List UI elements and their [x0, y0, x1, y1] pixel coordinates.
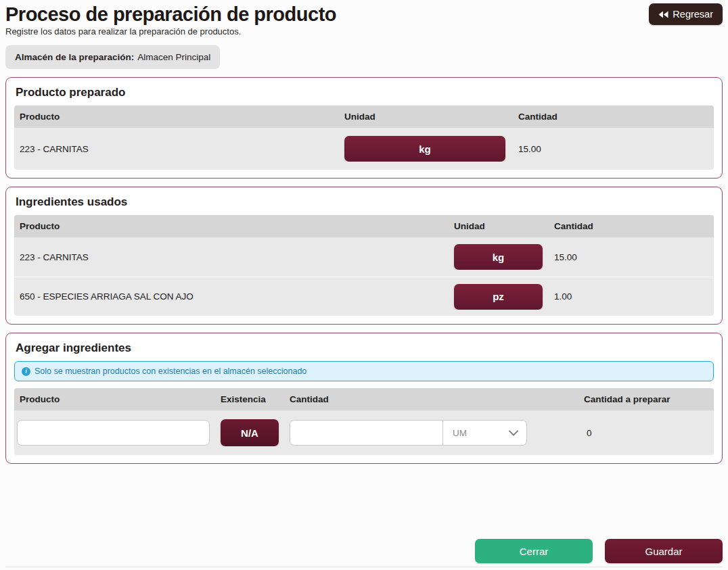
add-ingredient-row: N/A UM 0: [14, 410, 714, 455]
table-header-row: Producto Existencia Cantidad Cantidad a …: [14, 388, 714, 410]
rewind-icon: [658, 11, 668, 18]
product-name: 223 - CARNITAS: [14, 144, 339, 154]
warehouse-badge: Almacén de la preparación:Almacen Princi…: [5, 45, 220, 69]
column-header-unidad: Unidad: [339, 112, 513, 122]
prepared-product-card: Producto preparado Producto Unidad Canti…: [5, 77, 723, 179]
column-header-cantidad: Cantidad: [513, 112, 714, 122]
column-header-cantidad: Cantidad: [549, 221, 714, 231]
quantity-input[interactable]: [290, 420, 443, 446]
column-header-producto: Producto: [14, 112, 339, 122]
column-header-producto: Producto: [14, 394, 215, 404]
column-header-existencia: Existencia: [215, 394, 284, 404]
page-header: Proceso de preparación de producto Regis…: [5, 3, 723, 37]
quantity-value: 1.00: [549, 291, 714, 302]
page-header-text: Proceso de preparación de producto Regis…: [5, 3, 336, 37]
table-row: 650 - ESPECIES ARRIAGA SAL CON AJO pz 1.…: [14, 277, 714, 316]
unit-button[interactable]: pz: [454, 284, 543, 310]
page-title: Proceso de preparación de producto: [5, 3, 336, 26]
close-button[interactable]: Cerrar: [475, 539, 593, 563]
footer-actions: Cerrar Guardar: [5, 539, 723, 567]
quantity-input-group: UM: [290, 420, 527, 446]
table-row: 223 - CARNITAS kg 15.00: [14, 237, 714, 277]
save-button[interactable]: Guardar: [605, 539, 723, 563]
preparation-page: Proceso de preparación de producto Regis…: [0, 0, 728, 570]
info-icon: i: [22, 367, 30, 376]
unit-button[interactable]: kg: [454, 244, 543, 270]
used-ingredients-card: Ingredientes usados Producto Unidad Cant…: [5, 187, 723, 325]
chevron-down-icon: [509, 430, 518, 436]
table-row: 223 - CARNITAS kg 15.00: [14, 128, 714, 170]
back-button-label: Regresar: [673, 9, 713, 20]
used-ingredients-table: Producto Unidad Cantidad 223 - CARNITAS …: [14, 215, 714, 316]
prepared-product-title: Producto preparado: [16, 86, 714, 99]
used-ingredients-title: Ingredientes usados: [16, 195, 714, 209]
add-ingredients-title: Agregar ingredientes: [16, 341, 714, 355]
product-search-input[interactable]: [17, 420, 210, 446]
column-header-cantidad: Cantidad: [284, 394, 578, 404]
unit-button[interactable]: kg: [344, 136, 505, 162]
unit-select-value: UM: [453, 428, 467, 438]
quantity-value: 15.00: [549, 252, 714, 262]
quantity-to-prepare-value: 0: [578, 428, 714, 438]
product-name: 650 - ESPECIES ARRIAGA SAL CON AJO: [14, 291, 449, 302]
column-header-unidad: Unidad: [449, 221, 549, 231]
table-header-row: Producto Unidad Cantidad: [14, 105, 714, 128]
existence-button[interactable]: N/A: [221, 419, 279, 446]
info-alert: i Solo se muestran productos con existen…: [14, 361, 714, 381]
table-header-row: Producto Unidad Cantidad: [14, 215, 714, 237]
page-subtitle: Registre los datos para realizar la prep…: [5, 26, 336, 37]
warehouse-label: Almacén de la preparación:: [15, 52, 134, 62]
back-button[interactable]: Regresar: [649, 3, 723, 25]
add-ingredients-table: Producto Existencia Cantidad Cantidad a …: [14, 388, 714, 455]
footer-spacer: [5, 567, 723, 570]
column-header-cantidad-a-preparar: Cantidad a preparar: [578, 394, 714, 404]
product-name: 223 - CARNITAS: [14, 252, 449, 262]
add-ingredients-card: Agregar ingredientes i Solo se muestran …: [5, 333, 723, 464]
column-header-producto: Producto: [14, 221, 449, 231]
info-alert-text: Solo se muestran productos con existenci…: [35, 366, 306, 376]
prepared-product-table: Producto Unidad Cantidad 223 - CARNITAS …: [14, 105, 714, 170]
warehouse-value: Almacen Principal: [137, 52, 210, 62]
unit-select[interactable]: UM: [442, 420, 527, 446]
quantity-value: 15.00: [513, 144, 714, 154]
